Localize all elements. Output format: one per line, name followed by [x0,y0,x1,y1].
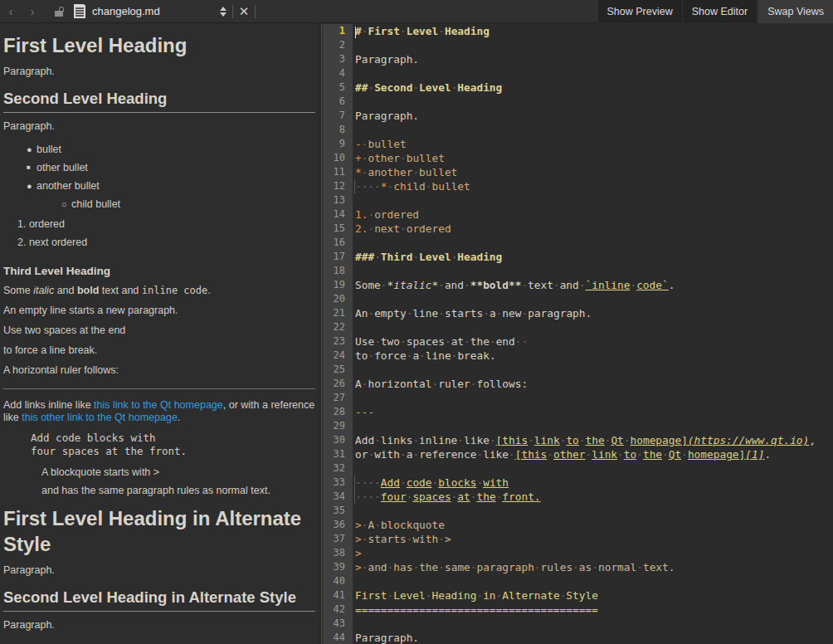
editor-line[interactable]: 25 [323,363,833,377]
line-number[interactable]: 38 [323,546,353,560]
editor-line[interactable]: 22 [323,320,833,334]
editor-line[interactable]: 24to·force·a·line·break. [323,349,833,363]
line-number[interactable]: 24 [323,349,353,363]
editor-line-text[interactable]: or·with·a·reference·like·[this·other·lin… [353,447,771,461]
editor-line[interactable]: 19Some·*italic*·and·**bold**·text·and·`i… [323,278,833,292]
line-number[interactable]: 36 [323,518,353,532]
editor-line-text[interactable]: -·bullet [353,137,407,151]
line-number[interactable]: 27 [323,391,353,405]
line-number[interactable]: 22 [323,320,353,334]
document-selector-icon[interactable] [220,7,227,17]
editor-line-text[interactable]: 2.·next·ordered [353,222,451,236]
line-number[interactable]: 13 [323,193,353,207]
editor-line-text[interactable] [353,363,355,377]
editor-line[interactable]: 21An·empty·line·starts·a·new·paragraph. [323,306,833,320]
editor-line-text[interactable]: Paragraph. [353,52,419,66]
editor-line-text[interactable]: ····*·child·bullet [354,179,470,193]
line-number[interactable]: 17 [323,250,353,264]
line-number[interactable]: 30 [323,433,353,447]
line-number[interactable]: 29 [323,419,353,433]
line-number[interactable]: 4 [323,66,353,80]
editor-line[interactable]: 20 [323,292,833,306]
editor-line-text[interactable]: > [353,546,362,560]
line-number[interactable]: 19 [323,278,353,292]
editor-line[interactable]: 1#·First·Level·Heading [323,24,833,38]
editor-line-text[interactable]: Paragraph. [353,631,419,644]
editor-line[interactable]: 36>·A·blockquote [323,518,833,532]
line-number[interactable]: 1 [323,24,353,38]
qt-homepage-link[interactable]: this link to the Qt homepage [94,399,223,411]
line-number[interactable]: 28 [323,405,353,419]
editor-line-text[interactable]: 1.·ordered [353,207,419,222]
editor-line[interactable]: 31or·with·a·reference·like·[this·other·l… [323,447,833,461]
line-number[interactable]: 7 [323,109,353,123]
line-number[interactable]: 16 [323,236,353,250]
editor-line-text[interactable]: Paragraph. [353,109,419,123]
editor-line[interactable]: 12····*·child·bullet [323,179,833,193]
line-number[interactable]: 31 [323,447,353,461]
editor-line[interactable]: 16 [323,236,833,250]
line-number[interactable]: 40 [323,574,353,588]
swap-views-button[interactable]: Swap Views [758,0,833,23]
editor-line[interactable]: 7Paragraph. [323,109,833,123]
editor-line[interactable]: 9-·bullet [323,137,833,151]
line-number[interactable]: 25 [323,363,353,377]
qt-homepage-link[interactable]: this other link to the Qt homepage [22,412,178,423]
editor-line-text[interactable]: ····four·spaces·at·the·front. [354,490,541,504]
editor-line-text[interactable] [353,264,355,278]
editor-line[interactable]: 152.·next·ordered [323,222,833,236]
line-number[interactable]: 15 [323,222,353,236]
editor-line-text[interactable] [353,391,355,405]
line-number[interactable]: 34 [323,490,353,504]
editor-line[interactable]: 30Add·links·inline·like·[this·link·to·th… [323,433,833,447]
forward-icon[interactable]: › [22,1,43,22]
editor-line-text[interactable] [353,236,355,250]
editor-line[interactable]: 28--- [323,405,833,419]
editor-line[interactable]: 4 [323,66,833,80]
editor-line-text[interactable] [353,461,355,476]
line-number[interactable]: 33 [323,476,353,490]
editor-line[interactable]: 26A·horizontal·ruler·follows: [323,377,833,391]
editor-line[interactable]: 141.·ordered [323,207,833,222]
editor-line-text[interactable]: Add·links·inline·like·[this·link·to·the·… [353,433,816,447]
editor-line[interactable]: 23Use·two·spaces·at·the·end·· [323,334,833,349]
editor-line[interactable]: 2 [323,38,833,52]
editor-line[interactable]: 10+·other·bullet [323,151,833,165]
line-number[interactable]: 5 [323,80,353,95]
editor-line-text[interactable] [353,38,355,52]
editor-line[interactable]: 3Paragraph. [323,52,833,66]
line-number[interactable]: 26 [323,377,353,391]
editor-line[interactable]: 37>·starts·with·> [323,532,833,546]
editor-line[interactable]: 17###·Third·Level·Heading [323,250,833,264]
line-number[interactable]: 20 [323,292,353,306]
editor-line-text[interactable]: ====================================== [353,603,598,617]
line-number[interactable]: 12 [323,179,353,193]
show-editor-button[interactable]: Show Editor [683,0,757,23]
editor-line-text[interactable]: #·First·Level·Heading [353,24,490,38]
editor-line-text[interactable] [353,504,355,518]
line-number[interactable]: 3 [323,52,353,66]
editor-line[interactable]: 34····four·spaces·at·the·front. [323,490,833,504]
editor-line[interactable]: 33····Add·code·blocks·with [323,476,833,490]
editor-line-text[interactable] [353,419,355,433]
line-number[interactable]: 10 [323,151,353,165]
line-number[interactable]: 42 [323,603,353,617]
line-number[interactable]: 23 [323,334,353,349]
editor-line-text[interactable]: Some·*italic*·and·**bold**·text·and·`inl… [353,278,675,292]
editor-line-text[interactable]: An·empty·line·starts·a·new·paragraph. [353,306,592,320]
editor-line-text[interactable]: >·A·blockquote [353,518,445,532]
pane-splitter[interactable] [319,24,322,644]
editor-line[interactable]: 29 [323,419,833,433]
editor-line-text[interactable] [353,320,355,334]
back-icon[interactable]: ‹ [0,1,22,22]
line-number[interactable]: 8 [323,123,353,137]
editor-line[interactable]: 6 [323,95,833,109]
line-number[interactable]: 43 [323,617,353,631]
editor-line[interactable]: 32 [323,461,833,476]
editor-line-text[interactable] [353,123,355,137]
editor-line-text[interactable]: Use·two·spaces·at·the·end·· [353,334,528,349]
editor-line[interactable]: 39>·and·has·the·same·paragraph·rules·as·… [323,560,833,574]
line-number[interactable]: 2 [323,38,353,52]
line-number[interactable]: 37 [323,532,353,546]
editor-line-text[interactable]: +·other·bullet [353,151,445,165]
